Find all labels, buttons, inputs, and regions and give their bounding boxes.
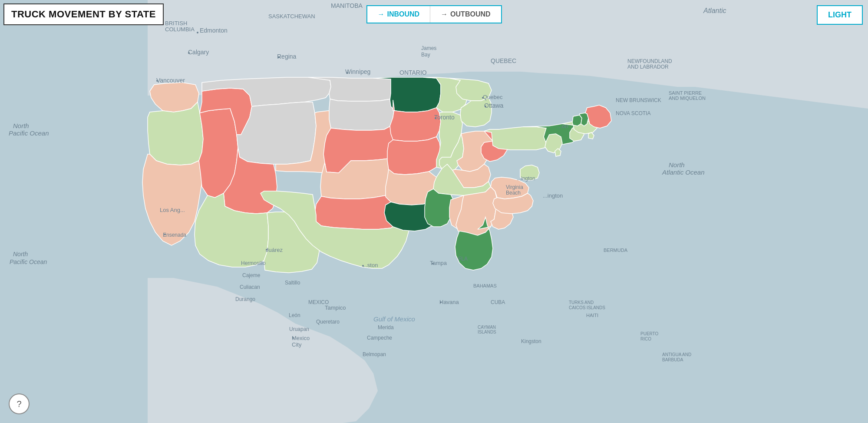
svg-text:...ington: ...ington	[517, 175, 535, 182]
svg-text:RICO: RICO	[640, 337, 651, 341]
svg-text:ISLANDS: ISLANDS	[478, 330, 496, 334]
svg-text:Belmopan: Belmopan	[363, 351, 386, 357]
svg-text:Tampico: Tampico	[325, 304, 346, 311]
svg-rect-3	[0, 0, 148, 423]
svg-text:Mexico: Mexico	[292, 335, 310, 341]
svg-text:Culiacan: Culiacan	[240, 284, 260, 290]
svg-point-82	[482, 97, 484, 99]
svg-text:...on: ...on	[557, 123, 568, 129]
svg-point-83	[435, 117, 436, 119]
svg-text:...ston: ...ston	[363, 262, 378, 268]
svg-text:SAINT PIERRE: SAINT PIERRE	[669, 90, 702, 96]
svg-text:TURKS AND: TURKS AND	[569, 300, 594, 305]
inbound-button[interactable]: → INBOUND	[367, 6, 430, 23]
svg-text:HAITI: HAITI	[586, 313, 598, 318]
svg-text:NEW BRUNSWICK: NEW BRUNSWICK	[616, 97, 661, 103]
svg-text:BAHAMAS: BAHAMAS	[473, 283, 497, 288]
svg-text:MANITOBA: MANITOBA	[331, 2, 363, 9]
svg-point-89	[440, 301, 442, 303]
help-button[interactable]: ?	[9, 393, 30, 414]
svg-text:North: North	[669, 161, 685, 169]
svg-point-78	[156, 80, 158, 82]
svg-text:Saltillo: Saltillo	[285, 280, 300, 286]
outbound-button[interactable]: → OUTBOUND	[430, 6, 501, 23]
title-box: TRUCK MOVEMENT BY STATE	[3, 3, 164, 25]
svg-text:COLUMBIA: COLUMBIA	[165, 26, 195, 33]
svg-text:Los Ang...: Los Ang...	[160, 207, 185, 213]
svg-text:Juárez: Juárez	[266, 247, 283, 253]
svg-point-86	[432, 263, 434, 264]
svg-text:Ensenada: Ensenada	[163, 232, 186, 238]
svg-point-88	[292, 337, 294, 339]
svg-text:Pacific Ocean: Pacific Ocean	[10, 258, 47, 265]
svg-text:BARBUDA: BARBUDA	[662, 357, 683, 362]
svg-text:NOVA SCOTIA: NOVA SCOTIA	[616, 110, 650, 116]
svg-text:CUBA: CUBA	[491, 299, 505, 305]
svg-text:Virginia: Virginia	[506, 184, 523, 190]
svg-point-84	[266, 249, 267, 251]
svg-text:Durango: Durango	[235, 296, 255, 302]
page-title: TRUCK MOVEMENT BY STATE	[11, 9, 156, 20]
svg-text:Gulf of Mexico: Gulf of Mexico	[373, 315, 415, 323]
svg-text:QUEBEC: QUEBEC	[491, 57, 516, 64]
light-button[interactable]: LIGHT	[817, 5, 863, 25]
svg-text:ONTARIO: ONTARIO	[399, 69, 427, 76]
svg-text:PUERTO: PUERTO	[640, 331, 659, 336]
svg-text:North: North	[13, 122, 29, 129]
svg-text:Edmonton: Edmonton	[200, 27, 228, 34]
svg-point-80	[347, 72, 348, 74]
svg-text:...ington: ...ington	[543, 192, 563, 199]
svg-text:Cajeme: Cajeme	[242, 272, 261, 278]
svg-text:City: City	[292, 341, 302, 348]
svg-text:Hermosillo: Hermosillo	[241, 260, 266, 266]
svg-text:Pacific Ocean: Pacific Ocean	[9, 129, 49, 137]
svg-text:ANTIGUA AND: ANTIGUA AND	[662, 352, 691, 357]
svg-text:North: North	[13, 251, 28, 258]
svg-text:Uruapan: Uruapan	[289, 326, 309, 332]
svg-rect-4	[695, 130, 868, 423]
svg-text:Atlantic Ocean: Atlantic Ocean	[662, 169, 705, 176]
svg-text:AND MIQUELON: AND MIQUELON	[669, 96, 706, 101]
svg-text:NEWFOUNDLAND: NEWFOUNDLAND	[627, 58, 672, 64]
svg-text:Campeche: Campeche	[367, 335, 392, 341]
svg-text:Vancouver: Vancouver	[156, 77, 185, 84]
svg-text:Ottawa: Ottawa	[484, 102, 504, 109]
svg-point-87	[362, 265, 364, 267]
svg-text:CAYMAN: CAYMAN	[478, 325, 496, 330]
svg-text:Quebec: Quebec	[483, 94, 503, 100]
svg-text:AND LABRADOR: AND LABRADOR	[627, 64, 669, 70]
direction-toggle: → INBOUND → OUTBOUND	[366, 5, 502, 23]
help-icon: ?	[17, 399, 21, 409]
svg-text:SASKATCHEWAN: SASKATCHEWAN	[268, 13, 315, 20]
svg-text:James: James	[421, 45, 436, 51]
svg-text:Beach: Beach	[506, 190, 521, 196]
svg-point-79	[278, 56, 280, 58]
svg-text:Calgary: Calgary	[188, 49, 209, 56]
svg-text:BRITISH: BRITISH	[165, 20, 187, 26]
svg-text:Queretaro: Queretaro	[316, 319, 340, 325]
svg-text:Merida: Merida	[378, 324, 394, 330]
svg-point-76	[197, 32, 198, 33]
svg-text:León: León	[289, 312, 300, 318]
svg-text:Regina: Regina	[277, 53, 297, 60]
svg-text:Atlantic: Atlantic	[703, 7, 726, 14]
svg-point-77	[188, 52, 190, 54]
svg-text:BERMUDA: BERMUDA	[604, 248, 628, 253]
svg-text:Havana: Havana	[439, 299, 459, 305]
svg-text:Bay: Bay	[421, 52, 430, 58]
svg-point-85	[164, 234, 166, 235]
svg-text:Kingston: Kingston	[521, 338, 541, 344]
svg-text:FLA: FLA	[458, 256, 468, 262]
svg-text:CAICOS ISLANDS: CAICOS ISLANDS	[569, 305, 605, 310]
us-map-svg: BRITISH COLUMBIA Edmonton Calgary Vancou…	[0, 0, 868, 423]
map-container: BRITISH COLUMBIA Edmonton Calgary Vancou…	[0, 0, 868, 423]
svg-point-81	[485, 106, 486, 107]
svg-rect-5	[391, 304, 695, 423]
svg-text:Toronto: Toronto	[434, 114, 455, 121]
svg-text:Winnipeg: Winnipeg	[345, 68, 370, 75]
